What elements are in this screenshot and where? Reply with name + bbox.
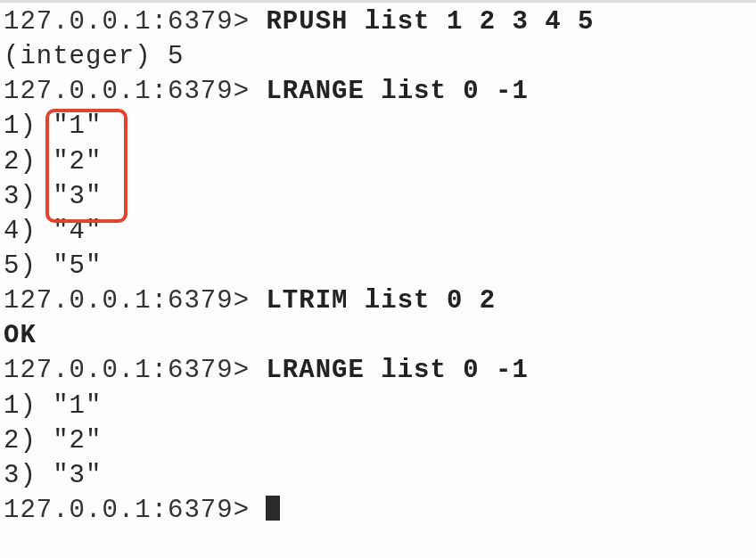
list-item: 1) "1"	[4, 389, 752, 423]
prompt: 127.0.0.1:6379>	[4, 496, 266, 525]
cmd-line-2: 127.0.0.1:6379> LRANGE list 0 -1	[4, 74, 752, 109]
list-item: 2) "2"	[4, 423, 752, 458]
list-item: 3) "3"	[4, 458, 752, 493]
response-ok: OK	[4, 318, 752, 353]
command-text: LRANGE list 0 -1	[266, 77, 528, 106]
cmd-line-1: 127.0.0.1:6379> RPUSH list 1 2 3 4 5	[4, 4, 752, 39]
terminal-wrap: 127.0.0.1:6379> RPUSH list 1 2 3 4 5 (in…	[0, 3, 756, 528]
response-line: (integer) 5	[4, 39, 752, 74]
prompt: 127.0.0.1:6379>	[4, 7, 266, 37]
cursor-block-icon	[266, 496, 280, 521]
command-text: LRANGE list 0 -1	[266, 356, 528, 385]
cmd-line-active[interactable]: 127.0.0.1:6379>	[4, 493, 752, 528]
list-item: 2) "2"	[4, 144, 752, 179]
command-text: RPUSH list 1 2 3 4 5	[266, 7, 594, 37]
list-item: 5) "5"	[4, 249, 752, 283]
list-item: 3) "3"	[4, 179, 752, 214]
list-item: 4) "4"	[4, 214, 752, 249]
cmd-line-3: 127.0.0.1:6379> LTRIM list 0 2	[4, 283, 752, 318]
prompt: 127.0.0.1:6379>	[4, 286, 266, 316]
list-item: 1) "1"	[4, 109, 752, 144]
command-text: LTRIM list 0 2	[266, 286, 496, 316]
prompt: 127.0.0.1:6379>	[4, 356, 266, 385]
prompt: 127.0.0.1:6379>	[4, 77, 266, 106]
cmd-line-4: 127.0.0.1:6379> LRANGE list 0 -1	[4, 353, 752, 388]
terminal-output[interactable]: 127.0.0.1:6379> RPUSH list 1 2 3 4 5 (in…	[0, 3, 756, 528]
